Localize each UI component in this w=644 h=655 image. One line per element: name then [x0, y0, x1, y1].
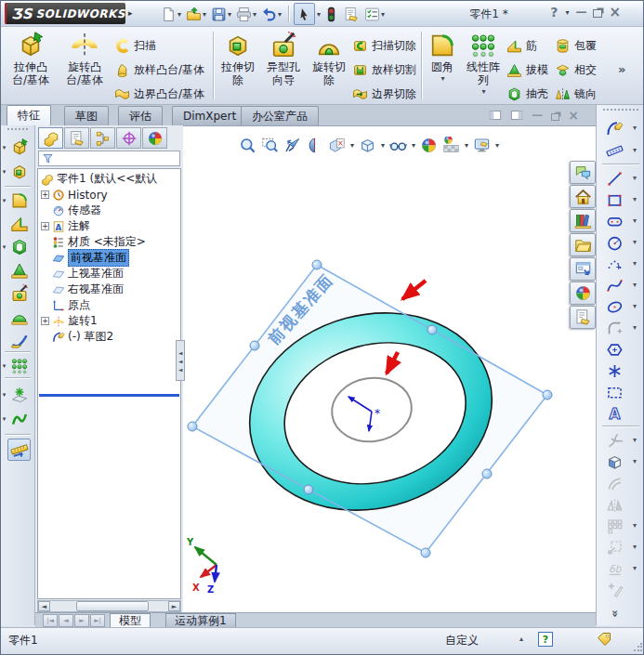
show-left-pane-icon[interactable] — [489, 109, 502, 122]
extruded-boss-flyout[interactable] — [7, 137, 31, 159]
mirror-entities-button[interactable] — [604, 494, 625, 515]
display-relations-button[interactable] — [604, 558, 625, 579]
dropdown-icon[interactable]: ▾ — [495, 141, 499, 150]
tree-item-history[interactable]: + History — [41, 187, 180, 203]
dropdown-icon[interactable]: ▾ — [630, 259, 639, 268]
dropdown-icon[interactable]: ▾ — [630, 543, 639, 551]
tab-model[interactable]: 模型 — [110, 613, 151, 628]
smart-dimension-button[interactable] — [604, 140, 625, 161]
mirror-button[interactable]: 镜向 — [555, 83, 597, 105]
hole-wizard-button[interactable]: 异型孔向导 — [261, 31, 306, 101]
close-button[interactable]: × — [609, 4, 621, 20]
tag-icon[interactable] — [597, 632, 611, 647]
linear-sketch-pattern-button[interactable] — [604, 516, 625, 536]
open-document-button[interactable]: ▾ — [184, 3, 208, 25]
dropdown-icon[interactable]: ▾ — [350, 141, 354, 150]
resources-tab[interactable] — [570, 185, 596, 208]
zoom-area-icon[interactable] — [261, 137, 279, 154]
logo-flyout-arrow[interactable]: ▸ — [128, 8, 133, 18]
circle-button[interactable] — [604, 232, 625, 253]
dropdown-icon[interactable]: ▾ — [565, 8, 569, 17]
apply-scene-icon[interactable] — [442, 137, 460, 154]
wrap-button[interactable]: 包覆 — [555, 34, 597, 57]
extruded-cut-flyout[interactable] — [7, 161, 31, 183]
resize-grip[interactable] — [633, 643, 642, 652]
swept-cut-button[interactable]: 扫描切除 — [352, 34, 416, 57]
repair-sketch-button[interactable] — [604, 579, 625, 599]
draft-button[interactable]: 拔模 — [506, 59, 548, 81]
flyout-arrow-icon[interactable]: ▾ — [1, 415, 7, 423]
doc-close-button[interactable]: × — [568, 108, 579, 123]
dropdown-icon[interactable]: ▾ — [412, 141, 415, 150]
shell-button[interactable]: 抽壳 — [506, 83, 548, 105]
tree-item-revolve1[interactable]: + 旋转1 — [41, 313, 180, 329]
dropdown-icon[interactable]: ▾ — [278, 10, 282, 19]
feature-manager-tab[interactable] — [38, 127, 63, 149]
dropdown-icon[interactable]: ▾ — [630, 521, 639, 530]
dropdown-icon[interactable]: ▾ — [630, 436, 639, 444]
intersect-button[interactable]: 相交 — [555, 59, 597, 81]
tab-evaluate[interactable]: 评估 — [118, 106, 163, 125]
extruded-cut-button[interactable]: 拉伸切除 — [217, 31, 259, 101]
spline-button[interactable] — [604, 275, 625, 295]
edit-appearance-icon[interactable] — [420, 137, 438, 154]
panel-splitter-handle[interactable]: ◄ ◄ ◄ — [176, 340, 185, 381]
dimxpert-manager-tab[interactable] — [116, 127, 141, 149]
rib-flyout[interactable] — [7, 213, 31, 235]
dropdown-icon[interactable]: ▾ — [228, 10, 231, 19]
display-style-icon[interactable] — [359, 137, 376, 154]
design-library-tab[interactable] — [570, 209, 596, 232]
rib-button[interactable]: 筋 — [506, 34, 537, 57]
offset-entities-button[interactable] — [604, 473, 625, 493]
curve-flyout[interactable] — [7, 384, 31, 406]
save-button[interactable]: ▾ — [209, 3, 233, 25]
view-orientation-icon[interactable] — [328, 137, 346, 154]
rectangle-button[interactable] — [604, 190, 625, 210]
flyout-arrow-icon[interactable]: ▾ — [1, 197, 7, 204]
expand-icon[interactable]: + — [41, 317, 49, 325]
help-icon[interactable]: ? — [550, 5, 558, 20]
scroll-left-arrow[interactable]: ◄ — [38, 601, 50, 611]
undo-button[interactable]: ▾ — [259, 3, 283, 25]
lofted-cut-button[interactable]: 放样切割 — [352, 59, 416, 81]
file-properties-button[interactable] — [342, 3, 361, 25]
move-entities-button[interactable] — [604, 537, 625, 557]
nav-last-button[interactable]: ►| — [90, 614, 105, 627]
tree-root-part[interactable]: 零件1 (默认<<默认 — [41, 171, 180, 187]
tree-item-sketch2[interactable]: (-) 草图2 — [41, 329, 180, 345]
minimize-button[interactable]: — — [575, 6, 586, 19]
dropdown-icon[interactable]: ▾ — [481, 87, 485, 96]
view-settings-icon[interactable] — [473, 137, 491, 154]
ellipse-button[interactable] — [604, 296, 625, 317]
tree-item-sensors[interactable]: 传感器 — [41, 203, 180, 218]
linear-pattern-button[interactable]: 线性阵列 ▾ — [462, 31, 505, 101]
status-display-mode[interactable]: 自定义 — [445, 633, 479, 648]
trim-entities-button[interactable] — [604, 430, 625, 451]
convert-entities-button[interactable] — [604, 452, 625, 472]
dropdown-icon[interactable]: ▾ — [465, 141, 468, 150]
flyout-arrow-icon[interactable]: ▾ — [1, 243, 7, 251]
sketch-fillet-button[interactable] — [604, 318, 625, 338]
new-document-button[interactable]: ▾ — [159, 3, 183, 25]
tree-item-right-plane[interactable]: 右视基准面 — [41, 282, 180, 297]
dropdown-icon[interactable]: ▾ — [630, 323, 639, 332]
sketch-button[interactable] — [604, 118, 625, 138]
filter-input[interactable] — [57, 153, 177, 164]
dropdown-icon[interactable]: ▾ — [630, 124, 639, 132]
hide-show-items-icon[interactable] — [389, 137, 407, 154]
slot-button[interactable] — [604, 211, 625, 231]
expand-icon[interactable]: + — [41, 190, 49, 199]
linear-pattern-flyout[interactable] — [7, 355, 31, 377]
polygon-button[interactable] — [604, 339, 625, 360]
tree-splitter-bar[interactable] — [39, 394, 179, 397]
instant3d-button[interactable] — [7, 439, 31, 461]
flyout-arrow-icon[interactable]: ▾ — [1, 144, 7, 151]
nav-prev-button[interactable]: ◄ — [59, 614, 73, 627]
file-explorer-tab[interactable] — [570, 233, 596, 256]
dropdown-icon[interactable]: ▾ — [630, 195, 639, 203]
flex-flyout[interactable] — [7, 328, 31, 350]
tree-item-material[interactable]: 材质 <未指定> — [41, 234, 180, 250]
options-button[interactable]: ▾ — [362, 3, 387, 25]
boundary-boss-button[interactable]: 边界凸台/基体 — [114, 83, 204, 105]
graphics-viewport[interactable]: 前视基准面 * Y X Z — [183, 125, 596, 612]
